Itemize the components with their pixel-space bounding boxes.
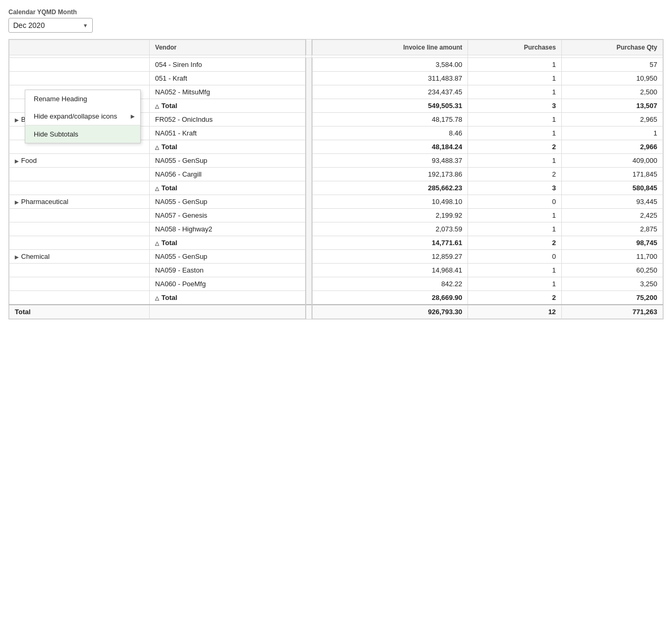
vendor-cell: NA057 - Genesis <box>150 209 306 222</box>
context-menu-hide-subtotals[interactable]: Hide Subtotals <box>25 125 140 143</box>
vendor-cell: NA055 - GenSup <box>150 250 306 264</box>
qty-cell: 2,425 <box>561 209 663 222</box>
qty-cell: 3,250 <box>561 277 663 291</box>
total-text: Total <box>161 294 177 302</box>
purchases-cell: 0 <box>468 195 562 209</box>
total-row: △Total14,771.61298,745 <box>9 236 663 250</box>
total-text: Total <box>161 102 177 110</box>
table-row: NA060 - PoeMfg842.2213,250 <box>9 277 663 291</box>
expand-icon[interactable]: ▶ <box>15 199 19 205</box>
qty-cell: 57 <box>561 58 663 72</box>
total-divider <box>306 236 312 250</box>
purchases-cell: 1 <box>468 127 562 140</box>
grand-total-purchases: 12 <box>468 305 562 319</box>
total-row: △Total28,669.90275,200 <box>9 291 663 305</box>
vendor-cell: NA056 - Cargill <box>150 168 306 181</box>
vendor-cell: NA055 - GenSup <box>150 195 306 209</box>
category-cell <box>9 58 150 72</box>
total-text: Total <box>161 239 177 247</box>
invoice-cell: 3,584.00 <box>312 58 468 72</box>
column-divider <box>306 264 312 277</box>
table-row: ▶PharmaceuticalNA055 - GenSup10,498.1009… <box>9 195 663 209</box>
vendor-cell: NA052 - MitsuMfg <box>150 85 306 99</box>
collapse-icon: △ <box>155 240 159 246</box>
collapse-icon: △ <box>155 186 159 191</box>
invoice-cell: 2,073.59 <box>312 222 468 236</box>
column-divider <box>306 127 312 140</box>
total-purchases-cell: 2 <box>468 236 562 250</box>
invoice-cell: 192,173.86 <box>312 168 468 181</box>
table-row: ▶ChemicalNA055 - GenSup12,859.27011,700 <box>9 250 663 264</box>
invoice-cell: 8.46 <box>312 127 468 140</box>
invoice-cell: 10,498.10 <box>312 195 468 209</box>
grand-total-qty: 771,263 <box>561 305 663 319</box>
invoice-cell: 48,175.78 <box>312 113 468 127</box>
invoice-cell: 842.22 <box>312 277 468 291</box>
total-label-cell: △Total <box>150 99 306 113</box>
table-row: NA058 - Highway22,073.5912,875 <box>9 222 663 236</box>
qty-cell: 93,445 <box>561 195 663 209</box>
total-invoice-cell: 14,771.61 <box>312 236 468 250</box>
qty-cell: 2,500 <box>561 85 663 99</box>
table-row: NA057 - Genesis2,199.9212,425 <box>9 209 663 222</box>
column-divider <box>306 72 312 85</box>
col-header-purchases: Purchases <box>468 40 562 55</box>
month-dropdown[interactable]: Dec 2020 ▼ <box>8 18 93 33</box>
column-divider <box>306 58 312 72</box>
category-cell: ▶Food <box>9 154 150 168</box>
qty-cell: 1 <box>561 127 663 140</box>
purchases-cell: 1 <box>468 222 562 236</box>
column-divider <box>306 250 312 264</box>
grand-total-divider <box>306 305 312 319</box>
context-menu-hide-expand[interactable]: Hide expand/collapse icons ▶ <box>25 108 140 125</box>
table-row: NA056 - Cargill192,173.862171,845 <box>9 168 663 181</box>
column-divider <box>306 195 312 209</box>
invoice-cell: 12,859.27 <box>312 250 468 264</box>
vendor-cell: NA051 - Kraft <box>150 127 306 140</box>
collapse-icon: △ <box>155 103 159 109</box>
purchases-cell: 1 <box>468 58 562 72</box>
expand-icon[interactable]: ▶ <box>15 254 19 260</box>
vendor-cell: FR052 - OnicIndus <box>150 113 306 127</box>
vendor-cell: NA060 - PoeMfg <box>150 277 306 291</box>
col-header-invoice: Invoice line amount <box>312 40 468 55</box>
collapse-icon: △ <box>155 295 159 301</box>
dropdown-value: Dec 2020 <box>13 21 45 30</box>
collapse-icon: △ <box>155 144 159 150</box>
invoice-cell: 2,199.92 <box>312 209 468 222</box>
dropdown-arrow: ▼ <box>83 23 88 28</box>
total-purchases-cell: 2 <box>468 140 562 154</box>
main-table: Vendor Invoice line amount Purchases Pur… <box>9 40 663 319</box>
total-text: Total <box>161 184 177 192</box>
total-purchases-cell: 2 <box>468 291 562 305</box>
filter-label: Calendar YQMD Month <box>8 8 664 16</box>
total-category-cell <box>9 236 150 250</box>
total-label-cell: △Total <box>150 140 306 154</box>
total-qty-cell: 13,507 <box>561 99 663 113</box>
total-qty-cell: 75,200 <box>561 291 663 305</box>
total-invoice-cell: 48,184.24 <box>312 140 468 154</box>
purchases-cell: 1 <box>468 277 562 291</box>
expand-icon[interactable]: ▶ <box>15 117 19 123</box>
qty-cell: 2,875 <box>561 222 663 236</box>
grand-total-vendor <box>150 305 306 319</box>
header-row: Vendor Invoice line amount Purchases Pur… <box>9 40 663 55</box>
total-invoice-cell: 28,669.90 <box>312 291 468 305</box>
total-label-cell: △Total <box>150 181 306 195</box>
context-menu-rename[interactable]: Rename Heading <box>25 90 140 108</box>
category-cell <box>9 264 150 277</box>
total-invoice-cell: 285,662.23 <box>312 181 468 195</box>
total-category-cell <box>9 291 150 305</box>
purchases-cell: 1 <box>468 113 562 127</box>
column-divider <box>306 222 312 236</box>
table-row: 051 - Kraft311,483.87110,950 <box>9 72 663 85</box>
category-cell <box>9 222 150 236</box>
total-invoice-cell: 549,505.31 <box>312 99 468 113</box>
expand-icon[interactable]: ▶ <box>15 158 19 164</box>
total-category-cell <box>9 181 150 195</box>
total-qty-cell: 580,845 <box>561 181 663 195</box>
vendor-cell: NA058 - Highway2 <box>150 222 306 236</box>
grand-total-invoice: 926,793.30 <box>312 305 468 319</box>
column-divider <box>306 85 312 99</box>
col-header-vendor: Vendor <box>150 40 306 55</box>
